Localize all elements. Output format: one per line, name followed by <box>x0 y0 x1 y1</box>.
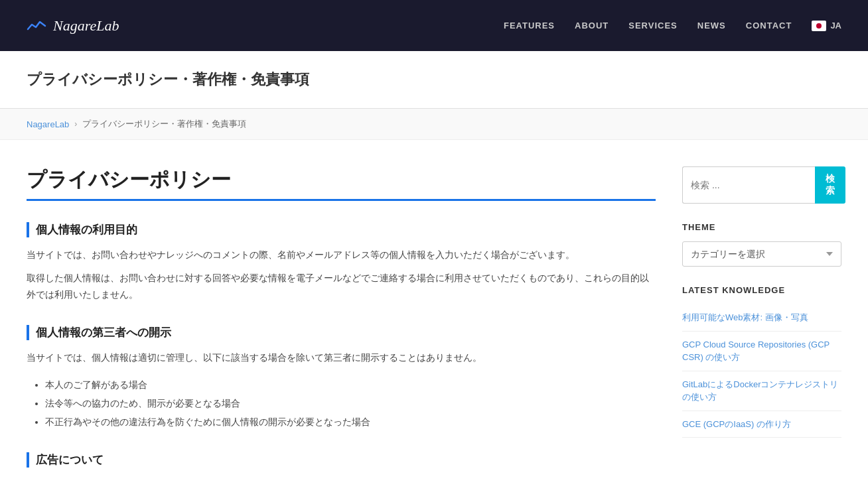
search-input[interactable] <box>682 166 815 204</box>
section-0-para-0: 当サイトでは、お問い合わせやナレッジへのコメントの際、名前やメールアドレス等の個… <box>27 247 656 263</box>
nav-services[interactable]: SERVICES <box>628 21 678 31</box>
svg-point-1 <box>816 23 822 29</box>
knowledge-link-2[interactable]: GitLabによるDockerコンテナレジストリの使い方 <box>682 379 838 403</box>
content-h1: プライバシーポリシー <box>27 166 656 201</box>
list-item: GCP Cloud Source Repositories (GCP CSR) … <box>682 332 841 371</box>
theme-select[interactable]: カテゴリーを選択 <box>682 241 841 267</box>
section-1-list: 本人のご了解がある場合 法令等への協力のため、開示が必要となる場合 不正行為やそ… <box>45 375 656 431</box>
nav-features[interactable]: FEATURES <box>504 21 555 31</box>
nav-contact[interactable]: CONTACT <box>746 21 792 31</box>
latest-knowledge-section: LATEST KNOWLEDGE 利用可能なWeb素材: 画像・写真 GCP C… <box>682 285 841 438</box>
section-0-para-1: 取得した個人情報は、お問い合わせに対する回答や必要な情報を電子メールなどでご連絡… <box>27 270 656 303</box>
search-button[interactable]: 検索 <box>815 166 845 204</box>
breadcrumb-current: プライバシーポリシー・著作権・免責事項 <box>82 118 246 130</box>
logo-text: NagareLab <box>53 17 119 34</box>
logo-icon <box>27 19 46 32</box>
logo-link[interactable]: NagareLab <box>27 17 119 34</box>
list-item: GCE (GCPのIaaS) の作り方 <box>682 411 841 438</box>
main-layout: プライバシーポリシー 個人情報の利用目的 当サイトでは、お問い合わせやナレッジへ… <box>0 140 868 504</box>
section-title-0: 個人情報の利用目的 <box>27 222 656 237</box>
breadcrumb: NagareLab › プライバシーポリシー・著作権・免責事項 <box>0 109 868 140</box>
latest-knowledge-list: 利用可能なWeb素材: 画像・写真 GCP Cloud Source Repos… <box>682 304 841 438</box>
page-title: プライバシーポリシー・著作権・免責事項 <box>27 70 841 90</box>
list-item: 利用可能なWeb素材: 画像・写真 <box>682 304 841 332</box>
language-switcher[interactable]: JA <box>812 21 841 31</box>
breadcrumb-home[interactable]: NagareLab <box>27 119 69 129</box>
nav-about[interactable]: ABOUT <box>575 21 609 31</box>
list-item: 法令等への協力のため、開示が必要となる場合 <box>45 394 656 412</box>
sidebar: 検索 THEME カテゴリーを選択 LATEST KNOWLEDGE 利用可能な… <box>682 166 841 477</box>
knowledge-link-3[interactable]: GCE (GCPのIaaS) の作り方 <box>682 419 791 429</box>
list-item: GitLabによるDockerコンテナレジストリの使い方 <box>682 371 841 411</box>
nav-news[interactable]: NEWS <box>697 21 726 31</box>
search-box: 検索 <box>682 166 841 204</box>
latest-knowledge-label: LATEST KNOWLEDGE <box>682 285 841 295</box>
page-title-section: プライバシーポリシー・著作権・免責事項 <box>0 51 868 109</box>
theme-label: THEME <box>682 222 841 232</box>
list-item: 不正行為やその他の違法行為を防ぐために個人情報の開示が必要となった場合 <box>45 412 656 431</box>
japan-flag-icon <box>812 21 826 31</box>
content-area: プライバシーポリシー 個人情報の利用目的 当サイトでは、お問い合わせやナレッジへ… <box>27 166 656 477</box>
breadcrumb-separator: › <box>74 119 77 129</box>
theme-section: THEME カテゴリーを選択 <box>682 222 841 285</box>
section-title-2: 広告について <box>27 452 656 468</box>
site-header: NagareLab FEATURES ABOUT SERVICES NEWS C… <box>0 0 868 51</box>
list-item: 本人のご了解がある場合 <box>45 375 656 394</box>
section-1-para-0: 当サイトでは、個人情報は適切に管理し、以下に該当する場合を除いて第三者に開示する… <box>27 349 656 366</box>
main-nav: FEATURES ABOUT SERVICES NEWS CONTACT JA <box>504 21 841 31</box>
knowledge-link-0[interactable]: 利用可能なWeb素材: 画像・写真 <box>682 312 808 322</box>
section-title-1: 個人情報の第三者への開示 <box>27 325 656 340</box>
knowledge-link-1[interactable]: GCP Cloud Source Repositories (GCP CSR) … <box>682 340 830 363</box>
lang-label: JA <box>830 21 841 31</box>
